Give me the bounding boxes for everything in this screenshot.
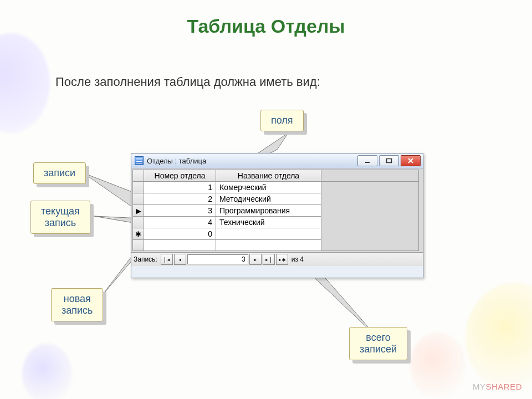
cell-empty [144,240,216,251]
callout-new-record: новая запись [51,288,103,321]
maximize-button[interactable] [379,155,399,166]
nav-label: Запись: [134,255,157,263]
watermark: MYSHARED [473,382,522,391]
nav-last-button[interactable]: ▸∣ [263,254,275,265]
window-titlebar: Отделы : таблица [131,154,423,168]
cell-name[interactable]: Программирования [216,205,321,217]
slide-subtitle: После заполнения таблица должна иметь ви… [55,75,320,89]
minimize-button[interactable] [357,155,377,166]
row-selector[interactable] [133,182,144,193]
cell-name[interactable]: Технический [216,217,321,228]
callout-fields: поля [260,110,304,131]
callout-current-record-label: текущая запись [30,201,90,234]
svg-rect-1 [387,159,392,163]
nav-first-button[interactable]: ∣◂ [161,254,173,265]
bg-blob [22,344,72,399]
table-icon [135,156,144,165]
nav-prev-button[interactable]: ◂ [174,254,186,265]
grid-spacer [321,170,419,182]
callout-fields-label: поля [260,110,304,131]
callout-current-record: текущая запись [30,201,90,234]
row-selector-current[interactable]: ▶ [133,205,144,217]
cell-name[interactable] [216,228,321,240]
grid-spacer [321,182,419,251]
svg-rect-0 [365,162,370,163]
bg-blob [466,283,532,393]
record-navigator: Запись: ∣◂ ◂ 3 ▸ ▸∣ ▸✱ из 4 [131,252,423,266]
cell-name[interactable]: Комерческий [216,182,321,193]
table-row[interactable]: 1 Комерческий [133,182,419,193]
db-table-window: Отделы : таблица Номер отдела Название о… [131,153,423,278]
nav-new-button[interactable]: ▸✱ [276,254,288,265]
bg-blob [410,332,466,399]
nav-current-input[interactable]: 3 [187,254,248,264]
callout-total-records-label: всего записей [349,327,407,360]
row-selector-header[interactable] [133,170,144,182]
bg-blob [0,33,50,133]
cell-number[interactable]: 0 [144,228,216,240]
callout-total-records: всего записей [349,327,407,360]
window-title: Отделы : таблица [147,157,206,165]
cell-name[interactable]: Методический [216,193,321,205]
close-button[interactable] [401,155,421,166]
nav-of-label: из 4 [289,255,306,263]
callout-records: записи [33,162,86,184]
datasheet-grid: Номер отдела Название отдела 1 Комерческ… [131,168,423,252]
row-selector-new[interactable]: ✱ [133,228,144,240]
cell-number[interactable]: 2 [144,193,216,205]
row-selector [133,240,144,251]
slide-title: Таблица Отделы [0,16,532,37]
column-header-number[interactable]: Номер отдела [144,170,216,182]
cell-number[interactable]: 1 [144,182,216,193]
cell-number[interactable]: 4 [144,217,216,228]
cell-empty [216,240,321,251]
nav-next-button[interactable]: ▸ [249,254,262,265]
column-header-name[interactable]: Название отдела [216,170,321,182]
cell-number[interactable]: 3 [144,205,216,217]
row-selector[interactable] [133,217,144,228]
callout-new-record-label: новая запись [51,288,103,321]
row-selector[interactable] [133,193,144,205]
callout-records-label: записи [33,162,86,184]
